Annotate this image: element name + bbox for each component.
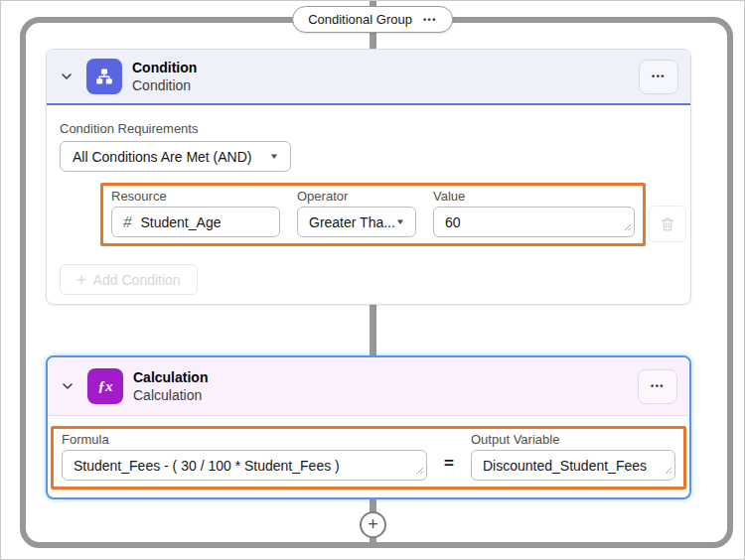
condition-subtitle: Condition xyxy=(132,76,197,94)
condition-header-text: Condition Condition xyxy=(132,60,197,94)
plus-icon: + xyxy=(76,272,85,288)
output-variable-value: Discounted_Student_Fees xyxy=(483,458,647,474)
value-field[interactable]: 60 xyxy=(433,207,635,237)
operator-column: Operator Greater Tha... ▼ xyxy=(297,189,416,237)
calculation-card[interactable]: ƒx Calculation Calculation ••• Formula S… xyxy=(46,355,691,499)
output-variable-field[interactable]: Discounted_Student_Fees xyxy=(471,450,675,481)
group-menu-ellipsis-icon[interactable]: ••• xyxy=(423,15,437,25)
calculation-row-highlight: Formula Student_Fees - ( 30 / 100 * Stud… xyxy=(51,426,686,490)
resource-column: Resource # Student_Age xyxy=(111,189,280,237)
trash-icon xyxy=(660,216,675,232)
output-column: Output Variable Discounted_Student_Fees xyxy=(471,432,675,481)
equals-column: = xyxy=(427,432,471,481)
operator-select[interactable]: Greater Tha... ▼ xyxy=(297,207,416,237)
equals-sign: = xyxy=(444,454,454,474)
formula-field[interactable]: Student_Fees - ( 30 / 100 * Student_Fees… xyxy=(62,450,427,481)
condition-card[interactable]: Condition Condition ••• Condition Requir… xyxy=(46,49,691,305)
resize-handle-icon[interactable] xyxy=(665,462,672,478)
condition-card-header: Condition Condition ••• xyxy=(47,50,690,105)
caret-down-icon: ▼ xyxy=(395,217,405,226)
resource-value: Student_Age xyxy=(141,214,222,230)
value-field-text: 60 xyxy=(445,214,461,230)
calculation-card-header: ƒx Calculation Calculation ••• xyxy=(48,357,689,416)
ellipsis-icon: ••• xyxy=(652,71,666,81)
delete-condition-button[interactable] xyxy=(649,206,686,242)
resize-handle-icon[interactable] xyxy=(416,462,424,478)
condition-requirements-select[interactable]: All Conditions Are Met (AND) ▼ xyxy=(60,141,291,172)
caret-down-icon: ▼ xyxy=(269,152,279,161)
flow-builder-canvas: Conditional Group ••• Condition Conditio… xyxy=(0,0,745,560)
operator-value: Greater Tha... xyxy=(309,214,396,230)
conditional-group-label: Conditional Group xyxy=(308,12,412,27)
add-condition-label: Add Condition xyxy=(93,272,181,288)
calculation-formula-icon: ƒx xyxy=(87,368,123,404)
operator-label: Operator xyxy=(297,189,416,205)
resource-field[interactable]: # Student_Age xyxy=(111,207,280,237)
resource-label: Resource xyxy=(111,189,280,205)
number-hash-icon: # xyxy=(123,212,132,232)
chevron-down-icon[interactable] xyxy=(57,67,76,86)
calculation-menu-button[interactable]: ••• xyxy=(638,369,677,404)
conditional-group-pill[interactable]: Conditional Group ••• xyxy=(292,6,453,33)
add-condition-button[interactable]: + Add Condition xyxy=(60,264,198,295)
condition-title: Condition xyxy=(132,60,197,76)
add-element-button[interactable]: + xyxy=(360,511,386,538)
condition-requirements-value: All Conditions Are Met (AND) xyxy=(73,149,270,165)
calculation-title: Calculation xyxy=(133,369,208,386)
output-variable-label: Output Variable xyxy=(471,432,675,448)
calculation-header-text: Calculation Calculation xyxy=(133,369,208,404)
calculation-subtitle: Calculation xyxy=(133,386,208,404)
condition-sitemap-icon xyxy=(86,59,122,94)
condition-requirements-label: Condition Requirements xyxy=(60,121,198,137)
condition-menu-button[interactable]: ••• xyxy=(639,60,678,94)
plus-icon: + xyxy=(368,515,378,533)
chevron-down-icon[interactable] xyxy=(58,376,77,396)
ellipsis-icon: ••• xyxy=(651,381,665,391)
condition-row-highlight: Resource # Student_Age Operator Greater … xyxy=(100,183,646,246)
formula-value: Student_Fees - ( 30 / 100 * Student_Fees… xyxy=(74,458,340,474)
value-label: Value xyxy=(433,189,635,205)
resize-handle-icon[interactable] xyxy=(624,218,632,234)
formula-column: Formula Student_Fees - ( 30 / 100 * Stud… xyxy=(62,432,427,481)
value-column: Value 60 xyxy=(433,189,635,237)
formula-label: Formula xyxy=(62,432,427,448)
